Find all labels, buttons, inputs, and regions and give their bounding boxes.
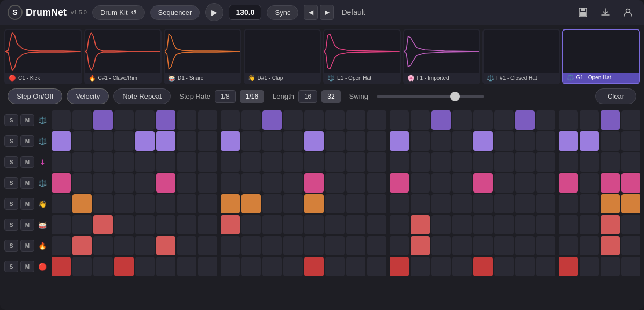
step-4-16[interactable] xyxy=(367,173,386,193)
step-4-18[interactable] xyxy=(411,173,430,193)
step-5-15[interactable] xyxy=(346,194,365,213)
step-3-12[interactable] xyxy=(283,152,303,172)
step-4-28[interactable] xyxy=(621,173,640,193)
step-2-22[interactable] xyxy=(494,131,514,151)
step-1-24[interactable] xyxy=(536,110,555,130)
sync-button[interactable]: Sync xyxy=(267,5,298,20)
step-2-25[interactable] xyxy=(559,131,578,151)
step-8-27[interactable] xyxy=(601,257,620,276)
play-button[interactable]: ▶ xyxy=(205,3,223,21)
step-3-1[interactable] xyxy=(52,152,71,172)
step-3-26[interactable] xyxy=(580,152,599,172)
step-1-14[interactable] xyxy=(325,110,345,130)
step-5-18[interactable] xyxy=(411,194,430,213)
step-8-24[interactable] xyxy=(536,257,555,276)
drum-pad-d1[interactable]: 🥁 D1 - Snare xyxy=(164,29,241,84)
step-7-27[interactable] xyxy=(601,236,620,255)
drum-pad-e1[interactable]: ⚖️ E1 - Open Hat xyxy=(323,29,401,84)
step-7-28[interactable] xyxy=(621,236,640,255)
step-2-20[interactable] xyxy=(452,131,472,151)
drum-pad-cs1[interactable]: 🔥 C#1 - Clave/Rim xyxy=(84,29,162,84)
step-3-3[interactable] xyxy=(93,152,113,172)
step-1-17[interactable] xyxy=(390,110,409,130)
step-8-1[interactable] xyxy=(52,257,71,276)
nav-next-button[interactable]: ▶ xyxy=(320,5,334,20)
mute-btn-1[interactable]: M xyxy=(20,114,34,126)
step-8-6[interactable] xyxy=(156,257,175,276)
step-2-12[interactable] xyxy=(283,131,303,151)
step-7-8[interactable] xyxy=(198,236,217,255)
rate-1-8-button[interactable]: 1/8 xyxy=(215,90,236,103)
step-5-21[interactable] xyxy=(473,194,493,213)
step-7-20[interactable] xyxy=(452,236,472,255)
step-6-14[interactable] xyxy=(325,215,345,234)
step-4-21[interactable] xyxy=(473,173,493,193)
solo-btn-7[interactable]: S xyxy=(4,240,18,252)
step-6-6[interactable] xyxy=(156,215,175,234)
step-5-4[interactable] xyxy=(114,194,134,213)
step-8-20[interactable] xyxy=(452,257,472,276)
drum-pad-c1[interactable]: 🔴 C1 - Kick xyxy=(4,29,82,84)
step-6-21[interactable] xyxy=(473,215,493,234)
step-6-7[interactable] xyxy=(177,215,196,234)
step-7-24[interactable] xyxy=(536,236,555,255)
step-1-21[interactable] xyxy=(473,110,493,130)
step-6-18[interactable] xyxy=(411,215,430,234)
step-8-7[interactable] xyxy=(177,257,196,276)
step-7-15[interactable] xyxy=(346,236,365,255)
step-3-13[interactable] xyxy=(304,152,324,172)
step-3-25[interactable] xyxy=(559,152,578,172)
step-7-16[interactable] xyxy=(367,236,386,255)
step-2-18[interactable] xyxy=(411,131,430,151)
step-4-19[interactable] xyxy=(431,173,451,193)
step-3-11[interactable] xyxy=(262,152,282,172)
drum-pad-g1[interactable]: ⚖️ G1 - Open Hat xyxy=(562,29,640,84)
step-1-5[interactable] xyxy=(135,110,155,130)
step-8-23[interactable] xyxy=(515,257,535,276)
step-4-20[interactable] xyxy=(452,173,472,193)
step-4-12[interactable] xyxy=(283,173,303,193)
profile-button[interactable] xyxy=(619,4,636,21)
step-5-28[interactable] xyxy=(621,194,640,213)
step-2-28[interactable] xyxy=(621,131,640,151)
solo-btn-6[interactable]: S xyxy=(4,219,18,231)
step-1-11[interactable] xyxy=(262,110,282,130)
step-5-9[interactable] xyxy=(221,194,240,213)
step-2-2[interactable] xyxy=(72,131,92,151)
step-4-11[interactable] xyxy=(262,173,282,193)
mute-btn-5[interactable]: M xyxy=(20,198,34,210)
sequencer-button[interactable]: Sequencer xyxy=(150,5,200,20)
step-6-19[interactable] xyxy=(431,215,451,234)
solo-btn-5[interactable]: S xyxy=(4,198,18,210)
step-7-7[interactable] xyxy=(177,236,196,255)
step-5-13[interactable] xyxy=(304,194,324,213)
step-7-4[interactable] xyxy=(114,236,134,255)
step-8-16[interactable] xyxy=(367,257,386,276)
step-5-3[interactable] xyxy=(93,194,113,213)
step-1-2[interactable] xyxy=(72,110,92,130)
step-4-3[interactable] xyxy=(93,173,113,193)
step-1-23[interactable] xyxy=(515,110,535,130)
step-1-15[interactable] xyxy=(346,110,365,130)
step-3-7[interactable] xyxy=(177,152,196,172)
step-1-18[interactable] xyxy=(411,110,430,130)
step-1-25[interactable] xyxy=(559,110,578,130)
step-1-9[interactable] xyxy=(221,110,240,130)
step-1-27[interactable] xyxy=(601,110,620,130)
step-1-26[interactable] xyxy=(580,110,599,130)
step-1-19[interactable] xyxy=(431,110,451,130)
solo-btn-4[interactable]: S xyxy=(4,177,18,189)
step-2-13[interactable] xyxy=(304,131,324,151)
step-1-7[interactable] xyxy=(177,110,196,130)
step-5-6[interactable] xyxy=(156,194,175,213)
step-7-21[interactable] xyxy=(473,236,493,255)
step-2-15[interactable] xyxy=(346,131,365,151)
step-6-2[interactable] xyxy=(72,215,92,234)
step-4-6[interactable] xyxy=(156,173,175,193)
step-3-21[interactable] xyxy=(473,152,493,172)
step-6-3[interactable] xyxy=(93,215,113,234)
step-3-5[interactable] xyxy=(135,152,155,172)
step-7-22[interactable] xyxy=(494,236,514,255)
step-4-4[interactable] xyxy=(114,173,134,193)
step-4-2[interactable] xyxy=(72,173,92,193)
